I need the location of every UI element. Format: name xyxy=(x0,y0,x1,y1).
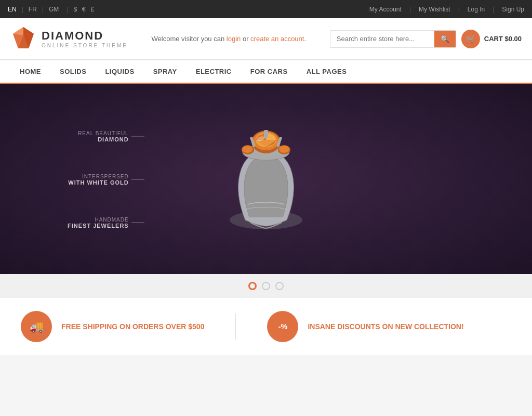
my-wishlist-link[interactable]: My Wishlist xyxy=(419,6,450,13)
feature-discounts: -% INSANE DISCOUNTS ON NEW COLLECTION! xyxy=(267,311,463,342)
hero-label-diamond: REAL BEAUTIFUL DIAMOND xyxy=(68,130,129,142)
feature-divider xyxy=(235,314,236,340)
svg-point-19 xyxy=(242,146,252,153)
lang-fr[interactable]: FR xyxy=(29,6,37,13)
nav-all-pages[interactable]: ALL PAGES xyxy=(297,60,356,83)
logo-title: DIAMOND xyxy=(42,29,128,43)
logo-icon xyxy=(10,26,36,51)
currency-eur[interactable]: € xyxy=(82,6,86,13)
features-strip: 🚚 FREE SHIPPING ON ORDERS OVER $500 -% I… xyxy=(0,298,532,355)
shipping-title: FREE SHIPPING ON ORDERS OVER $500 xyxy=(61,322,204,331)
svg-rect-17 xyxy=(264,130,268,138)
logo-text: DIAMOND ONLINE STORE THEME xyxy=(42,29,128,48)
discount-icon: -% xyxy=(267,311,298,342)
discount-text: INSANE DISCOUNTS ON NEW COLLECTION! xyxy=(308,322,463,331)
hero-label-line2: DIAMOND xyxy=(68,136,129,142)
search-input[interactable] xyxy=(330,31,434,47)
slider-dot-2[interactable] xyxy=(262,282,270,290)
shipping-icon: 🚚 xyxy=(21,311,52,342)
lang-en[interactable]: EN xyxy=(8,6,17,13)
hero-label-line1: REAL BEAUTIFUL xyxy=(68,130,129,136)
create-account-link[interactable]: create an account xyxy=(250,35,304,43)
hero-label-handmade-line2: FINEST JEWELERS xyxy=(68,222,129,228)
cart-button[interactable]: 🛒 CART $0.00 xyxy=(461,30,522,48)
nav-liquids[interactable]: LIQUIDS xyxy=(96,60,143,83)
logo-area: DIAMOND ONLINE STORE THEME xyxy=(10,26,128,51)
log-in-link[interactable]: Log In xyxy=(468,6,485,13)
search-button[interactable]: 🔍 xyxy=(434,31,456,47)
cart-icon: 🛒 xyxy=(461,30,480,48)
lang-gm[interactable]: GM xyxy=(49,6,59,13)
slider-dot-3[interactable] xyxy=(275,282,284,290)
header: DIAMOND ONLINE STORE THEME Welcome visit… xyxy=(0,18,532,60)
nav-solids[interactable]: SOLIDS xyxy=(50,60,96,83)
discount-title-bold: INSANE DISCOUNTS xyxy=(308,322,380,331)
login-link[interactable]: login xyxy=(227,35,241,43)
nav-electric[interactable]: ELECTRIC xyxy=(187,60,241,83)
logo-subtitle: ONLINE STORE THEME xyxy=(42,43,128,48)
feature-free-shipping: 🚚 FREE SHIPPING ON ORDERS OVER $500 xyxy=(21,311,204,342)
hero-slider: REAL BEAUTIFUL DIAMOND INTERSPERSED WITH… xyxy=(0,84,532,274)
shipping-title-bold: FREE SHIPPING xyxy=(61,322,117,331)
search-box: 🔍 xyxy=(330,30,456,48)
hero-labels: REAL BEAUTIFUL DIAMOND INTERSPERSED WITH… xyxy=(68,130,129,228)
hero-ring-image xyxy=(193,100,339,258)
hero-label-gold-line1: INTERSPERSED xyxy=(68,173,129,179)
top-bar: EN | FR | GM | $ € £ My Account | My Wis… xyxy=(0,0,532,18)
my-account-link[interactable]: My Account xyxy=(369,6,402,13)
header-right: 🔍 🛒 CART $0.00 xyxy=(330,30,522,48)
welcome-text: Welcome visitor you can xyxy=(152,35,225,43)
currency-usd[interactable]: $ xyxy=(73,6,77,13)
hero-label-handmade: HANDMADE FINEST JEWELERS xyxy=(68,216,129,228)
nav-home[interactable]: HOME xyxy=(10,60,50,83)
top-bar-left: EN | FR | GM | $ € £ xyxy=(8,6,94,13)
currency-gbp[interactable]: £ xyxy=(91,6,95,13)
hero-label-handmade-line1: HANDMADE xyxy=(68,216,129,222)
nav-spray[interactable]: SPRAY xyxy=(144,60,187,83)
cart-label: CART $0.00 xyxy=(484,35,522,43)
nav-for-cars[interactable]: FOR CARS xyxy=(241,60,297,83)
hero-label-gold-line2: WITH WHITE GOLD xyxy=(68,179,129,185)
slider-dot-1[interactable] xyxy=(248,282,257,290)
hero-label-gold: INTERSPERSED WITH WHITE GOLD xyxy=(68,173,129,185)
sign-up-link[interactable]: Sign Up xyxy=(502,6,524,13)
main-nav: HOME SOLIDS LIQUIDS SPRAY ELECTRIC FOR C… xyxy=(0,60,532,84)
slider-dots xyxy=(0,274,532,298)
svg-point-21 xyxy=(279,146,289,153)
discount-title: INSANE DISCOUNTS ON NEW COLLECTION! xyxy=(308,322,463,331)
header-welcome: Welcome visitor you can login or create … xyxy=(128,35,330,43)
discount-title-rest: ON NEW COLLECTION! xyxy=(380,322,464,331)
shipping-title-rest: ON ORDERS OVER $500 xyxy=(117,322,204,331)
top-bar-right: My Account | My Wishlist | Log In | Sign… xyxy=(369,6,524,13)
hero-content: REAL BEAUTIFUL DIAMOND INTERSPERSED WITH… xyxy=(0,84,532,274)
shipping-text: FREE SHIPPING ON ORDERS OVER $500 xyxy=(61,322,204,331)
